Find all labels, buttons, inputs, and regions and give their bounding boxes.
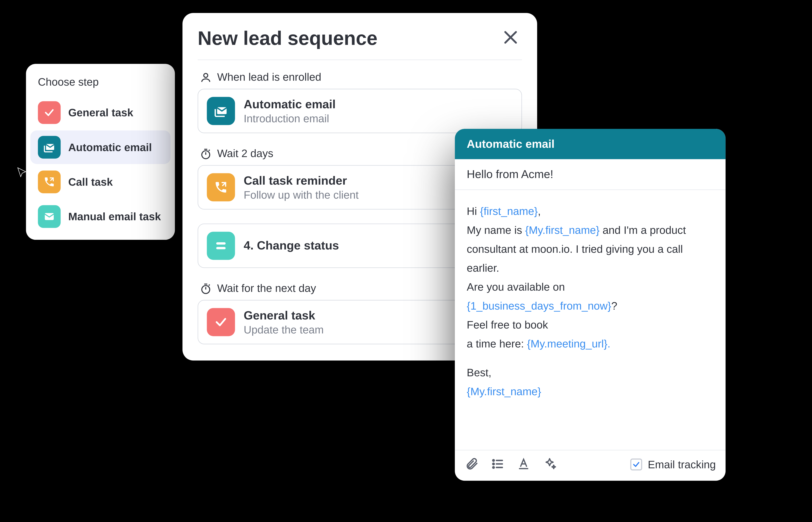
svg-point-12: [202, 285, 210, 293]
phone-out-icon: [207, 173, 235, 202]
sequence-header: New lead sequence: [198, 27, 522, 60]
sequence-title: New lead sequence: [198, 27, 378, 50]
step-option-general-task[interactable]: General task: [30, 96, 171, 129]
step-card-subtitle: Follow up with the client: [244, 189, 359, 201]
svg-point-17: [493, 463, 494, 465]
trigger-label: When lead is enrolled: [217, 71, 321, 83]
trigger-label: Wait for the next day: [217, 282, 316, 294]
stopwatch-icon: [200, 147, 212, 160]
step-option-label: Manual email task: [68, 210, 161, 223]
choose-step-panel: Choose step General task Automatic email…: [26, 64, 175, 240]
step-card-title: General task: [244, 308, 324, 322]
svg-line-9: [209, 149, 210, 150]
check-icon: [38, 101, 61, 124]
step-card-subtitle: Introduction email: [244, 113, 336, 125]
text-color-icon[interactable]: [517, 457, 532, 472]
close-icon[interactable]: [501, 28, 522, 49]
step-option-label: Call task: [68, 176, 113, 188]
email-composer-panel: Automatic email Hello from Acme! Hi {fir…: [455, 129, 726, 481]
attachment-icon[interactable]: [465, 457, 480, 472]
sparkle-icon[interactable]: [542, 457, 558, 472]
phone-out-icon: [38, 170, 61, 193]
step-option-label: Automatic email: [68, 141, 152, 153]
email-tracking-label: Email tracking: [648, 458, 716, 470]
svg-line-15: [209, 284, 210, 285]
email-tracking-toggle[interactable]: Email tracking: [630, 458, 716, 470]
trigger-row: When lead is enrolled: [198, 71, 522, 83]
step-card-title: Automatic email: [244, 97, 336, 111]
sequence-step-automatic-email[interactable]: Automatic email Introduction email: [198, 89, 522, 133]
trigger-label: Wait 2 days: [217, 147, 273, 160]
email-subject-field[interactable]: Hello from Acme!: [455, 159, 726, 190]
step-card-subtitle: Update the team: [244, 323, 324, 336]
step-card-title: 4. Change status: [244, 239, 339, 253]
status-icon: [207, 232, 235, 260]
checkbox-icon: [630, 459, 642, 470]
svg-point-18: [493, 467, 494, 468]
step-option-automatic-email[interactable]: Automatic email: [30, 130, 171, 164]
step-card-title: Call task reminder: [244, 174, 359, 187]
step-option-manual-email[interactable]: Manual email task: [30, 200, 171, 233]
stacked-mail-icon: [38, 136, 61, 159]
svg-rect-10: [216, 242, 226, 244]
person-icon: [200, 71, 212, 83]
check-icon: [207, 308, 235, 336]
email-composer-header: Automatic email: [455, 129, 726, 159]
choose-step-title: Choose step: [30, 76, 171, 96]
svg-point-16: [493, 460, 494, 461]
stopwatch-icon: [200, 282, 212, 294]
step-option-label: General task: [68, 106, 133, 119]
step-option-call-task[interactable]: Call task: [30, 165, 171, 199]
email-toolbar: Email tracking: [455, 450, 726, 481]
svg-rect-11: [216, 247, 226, 249]
svg-point-4: [204, 73, 208, 77]
mail-icon: [38, 205, 61, 228]
email-body-field[interactable]: Hi {first_name}, My name is {My.first_na…: [455, 190, 726, 450]
list-icon[interactable]: [491, 457, 506, 472]
stacked-mail-icon: [207, 97, 235, 125]
